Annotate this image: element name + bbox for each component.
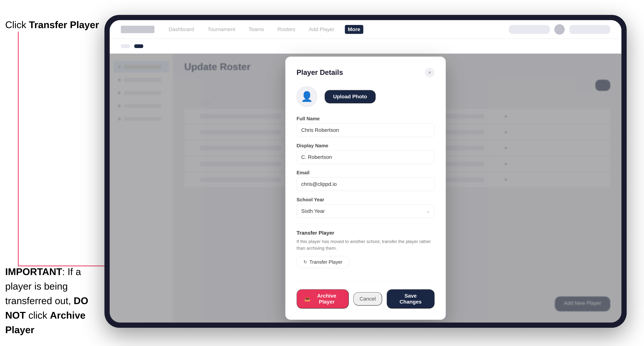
email-field: Email (296, 170, 434, 191)
full-name-input[interactable] (296, 124, 434, 137)
transfer-section-description: If this player has moved to another scho… (296, 238, 434, 252)
avatar-circle: 👤 (296, 86, 317, 107)
full-name-label: Full Name (296, 116, 434, 122)
tablet-screen: Dashboard Tournament Teams Rosters Add P… (110, 20, 622, 323)
full-name-field: Full Name (296, 116, 434, 137)
header-secondary-btn (569, 25, 610, 34)
tablet-device: Dashboard Tournament Teams Rosters Add P… (104, 15, 627, 328)
school-year-select[interactable]: First Year Second Year Third Year Fourth… (296, 204, 434, 218)
archive-player-button[interactable]: 📥 Archive Player (296, 289, 349, 309)
cancel-button[interactable]: Cancel (353, 292, 382, 306)
sub-nav-item (121, 44, 130, 48)
email-label: Email (296, 170, 434, 175)
sub-nav-active (134, 44, 143, 48)
refresh-icon: ↻ (304, 259, 307, 265)
player-details-modal: Player Details × 👤 Upload Photo Full Nam… (285, 57, 446, 320)
nav-item-teams[interactable]: Teams (246, 25, 267, 34)
photo-section: 👤 Upload Photo (296, 86, 434, 107)
instruction-prefix: Click (5, 19, 29, 30)
modal-overlay: Player Details × 👤 Upload Photo Full Nam… (110, 54, 622, 323)
nav-item-more[interactable]: More (345, 25, 363, 34)
header-action-btn (509, 25, 550, 34)
transfer-btn-label: Transfer Player (310, 259, 342, 265)
main-content: Update Roster + + + + + Add New Player (110, 54, 622, 323)
sub-header (110, 39, 622, 54)
display-name-label: Display Name (296, 143, 434, 149)
email-input[interactable] (296, 177, 434, 191)
instruction-top: Click Transfer Player (5, 19, 99, 31)
modal-footer: 📥 Archive Player Cancel Save Changes (296, 282, 434, 309)
transfer-player-button[interactable]: ↻ Transfer Player (296, 256, 349, 268)
transfer-section-title: Transfer Player (296, 230, 434, 236)
archive-icon: 📥 (304, 296, 310, 302)
instruction-bold: Transfer Player (29, 19, 99, 30)
archive-btn-label: Archive Player (312, 293, 341, 305)
arrow-vertical (18, 32, 19, 266)
app-logo (121, 26, 154, 33)
save-changes-button[interactable]: Save Changes (386, 289, 434, 309)
person-icon: 👤 (301, 91, 313, 102)
app-nav: Dashboard Tournament Teams Rosters Add P… (166, 25, 509, 34)
nav-item-add-player[interactable]: Add Player (306, 25, 338, 34)
school-year-label: School Year (296, 197, 434, 203)
app-header: Dashboard Tournament Teams Rosters Add P… (110, 20, 622, 39)
instruction-text2: click (26, 310, 50, 321)
nav-item-rosters[interactable]: Rosters (274, 25, 298, 34)
school-year-field: School Year First Year Second Year Third… (296, 197, 434, 218)
modal-close-button[interactable]: × (425, 68, 434, 77)
transfer-section: Transfer Player If this player has moved… (296, 224, 434, 274)
important-label: IMPORTANT (5, 266, 62, 277)
upload-photo-button[interactable]: Upload Photo (324, 90, 376, 103)
nav-item-tournament[interactable]: Tournament (204, 25, 238, 34)
header-right (509, 24, 610, 35)
school-year-select-wrapper: First Year Second Year Third Year Fourth… (296, 204, 434, 218)
display-name-field: Display Name (296, 143, 434, 164)
instruction-bottom: IMPORTANT: If a player is being transfer… (5, 264, 102, 337)
modal-header: Player Details × (296, 68, 434, 77)
modal-title: Player Details (296, 69, 343, 77)
nav-item-dashboard[interactable]: Dashboard (166, 25, 197, 34)
display-name-input[interactable] (296, 151, 434, 164)
header-avatar (554, 24, 565, 35)
